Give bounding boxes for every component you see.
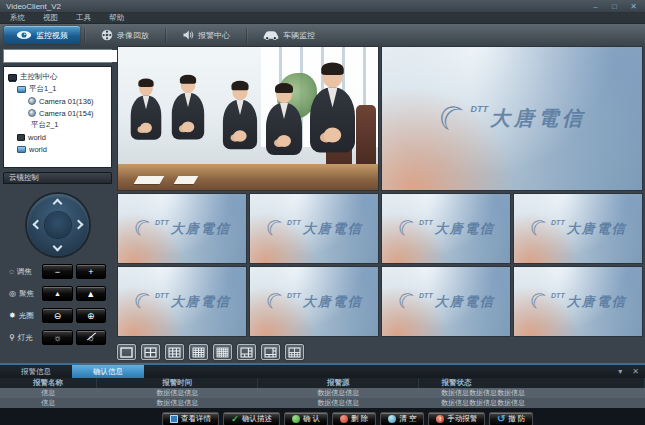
confirm-button[interactable]: 确 认 [284, 412, 328, 425]
disarm-button[interactable]: ↺ 撤 防 [489, 412, 533, 425]
zoom-out-button[interactable]: − [42, 264, 72, 279]
video-tile-idle[interactable]: ☾DTT大唐電信 [117, 266, 247, 337]
tab-confirm-info[interactable]: 确认信息 [72, 365, 144, 378]
layout-9-icon[interactable] [165, 344, 184, 360]
alarm-panel-controls: ▾ ✕ [618, 365, 639, 378]
column-alarm-status[interactable]: 报警状态 [419, 378, 645, 388]
window-title: VideoClient_V2 [6, 2, 61, 11]
tree-item-control-center[interactable]: 主控制中心 [6, 71, 109, 83]
red-dot-icon [340, 415, 348, 423]
tree-item-platform2[interactable]: 平台2_1 [6, 119, 109, 131]
tree-item-platform1[interactable]: 平台1_1 [6, 83, 109, 95]
ptz-direction-pad[interactable] [27, 194, 89, 256]
person-figure [266, 85, 302, 155]
ptz-down-arrow[interactable] [52, 242, 62, 252]
focus-far-button[interactable]: ▲ [76, 286, 106, 301]
ptz-center-knob[interactable] [45, 212, 71, 238]
ptz-left-arrow[interactable] [32, 220, 42, 230]
cyan-dot-icon [388, 415, 396, 423]
tab-playback-label: 录像回放 [117, 30, 149, 41]
menu-tools[interactable]: 工具 [76, 13, 91, 23]
server-icon [17, 134, 25, 141]
cell-alarm-time: 数据信息信息 [97, 388, 258, 398]
datang-telecom-logo: ☾DTT大唐電信 [382, 267, 510, 336]
video-tile-idle[interactable]: ☾DTT大唐電信 [513, 193, 643, 264]
tab-alarm-center[interactable]: 报警中心 [170, 26, 242, 44]
camera-icon [28, 109, 36, 117]
light-on-button[interactable]: ☼ [42, 330, 72, 345]
light-off-button[interactable]: ☼ [76, 330, 106, 345]
ptz-up-arrow[interactable] [52, 199, 62, 209]
video-tile-idle[interactable]: ☾ DTT 大唐電信 [381, 46, 643, 191]
ptz-zoom-label: ◌ 调焦 [9, 267, 39, 277]
device-combo-input[interactable] [4, 50, 120, 62]
confirm-description-button[interactable]: ✓ 确认描述 [223, 412, 280, 425]
minimize-icon[interactable]: – [590, 2, 601, 11]
close-icon[interactable]: ✕ [628, 2, 639, 11]
tab-playback[interactable]: 录像回放 [89, 26, 161, 44]
maximize-icon[interactable]: □ [609, 2, 620, 11]
close-panel-icon[interactable]: ✕ [632, 367, 639, 377]
layout-25-icon[interactable] [213, 344, 232, 360]
menu-help[interactable]: 帮助 [109, 13, 124, 23]
crescent-icon: ☾ [132, 219, 154, 239]
main-toolbar: 监控视频 录像回放 报警中心 车辆监控 [0, 24, 645, 46]
ptz-label-text: 调焦 [17, 267, 32, 277]
layout-8-icon[interactable] [261, 344, 280, 360]
iris-icon: ✸ [9, 312, 16, 320]
device-combobox[interactable]: ▼ [3, 49, 112, 63]
tab-monitor-video[interactable]: 监控视频 [4, 26, 80, 44]
video-tile-idle[interactable]: ☾DTT大唐電信 [381, 266, 511, 337]
datang-telecom-logo: ☾DTT大唐電信 [250, 194, 378, 263]
column-alarm-name[interactable]: 报警名称 [0, 378, 97, 388]
layout-6-icon[interactable] [237, 344, 256, 360]
cell-alarm-source: 数据信息信息 [258, 388, 419, 398]
column-alarm-time[interactable]: 报警时间 [97, 378, 258, 388]
zoom-in-button[interactable]: + [76, 264, 106, 279]
collapse-icon[interactable]: ▾ [618, 367, 622, 377]
video-tile-idle[interactable]: ☾DTT大唐電信 [249, 193, 379, 264]
manual-alarm-button[interactable]: ! 手动报警 [428, 412, 485, 425]
crescent-icon: ☾ [396, 292, 418, 312]
view-details-button[interactable]: 查看详情 [162, 412, 219, 425]
checkmark-icon: ✓ [231, 415, 239, 423]
tree-item-world1[interactable]: world [6, 131, 109, 143]
video-tile-idle[interactable]: ☾DTT大唐電信 [513, 266, 643, 337]
layout-10-icon[interactable] [285, 344, 304, 360]
cell-alarm-name: 信息 [0, 388, 97, 398]
clear-button[interactable]: 清 空 [380, 412, 424, 425]
alarm-table-header: 报警名称 报警时间 报警源 报警状态 [0, 378, 645, 388]
alarm-table-row[interactable]: 信息 数据信息信息 数据信息信息 数据信息数据信息数据信息 [0, 398, 645, 408]
tree-item-world2[interactable]: world [6, 143, 109, 155]
tree-item-camera2[interactable]: Camera 01(154) [6, 107, 109, 119]
iris-open-button[interactable]: ⊕ [76, 308, 106, 323]
layout-1-icon[interactable] [117, 344, 136, 360]
layout-16-icon[interactable] [189, 344, 208, 360]
ptz-light-label: ⚲ 灯光 [9, 333, 39, 343]
ptz-panel-title: 云镜控制 [9, 173, 39, 183]
crescent-icon: ☾ [528, 292, 550, 312]
tree-item-camera1[interactable]: Camera 01(136) [6, 95, 109, 107]
menu-view[interactable]: 视图 [43, 13, 58, 23]
tab-alarm-info[interactable]: 报警信息 [0, 365, 72, 378]
focus-near-button[interactable]: ▲ [42, 286, 72, 301]
layout-4-icon[interactable] [141, 344, 160, 360]
alarm-table-row[interactable]: 信息 数据信息信息 数据信息信息 数据信息数据信息数据信息 [0, 388, 645, 398]
iris-close-button[interactable]: ⊖ [42, 308, 72, 323]
ptz-right-arrow[interactable] [73, 220, 83, 230]
ptz-zoom-row: ◌ 调焦 − + [9, 264, 106, 279]
video-wall: ☾ DTT 大唐電信 ☾DTT大唐電信 ☾DTT大唐電信 ☾DTT大唐電信 ☾D… [117, 46, 643, 337]
tree-label: 平台1_1 [29, 84, 57, 94]
datang-telecom-logo: ☾ DTT 大唐電信 [382, 47, 642, 190]
video-tile-idle[interactable]: ☾DTT大唐電信 [381, 193, 511, 264]
column-alarm-source[interactable]: 报警源 [258, 378, 419, 388]
delete-button[interactable]: 删 除 [332, 412, 376, 425]
menu-system[interactable]: 系统 [10, 13, 25, 23]
video-tile-live-feed[interactable] [117, 46, 379, 191]
speaker-icon [182, 29, 194, 41]
ptz-focus-label: ◎ 聚焦 [9, 289, 39, 299]
video-tile-idle[interactable]: ☾DTT大唐電信 [249, 266, 379, 337]
video-tile-idle[interactable]: ☾DTT大唐電信 [117, 193, 247, 264]
tab-vehicle-monitor[interactable]: 车辆监控 [251, 26, 327, 44]
film-reel-icon [101, 29, 113, 41]
